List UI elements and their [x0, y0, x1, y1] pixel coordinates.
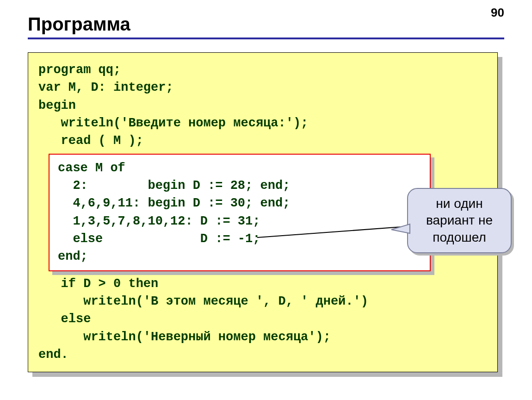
code-line: read ( M );	[38, 134, 143, 148]
code-line: writeln('В этом месяце ', D, ' дней.')	[38, 294, 368, 308]
callout-body: ни один вариант не подошел	[407, 188, 512, 253]
title-rule	[28, 38, 504, 39]
code-line: case M of	[58, 161, 125, 175]
callout-tail-icon	[391, 224, 410, 233]
code-line: 4,6,9,11: begin D := 30; end;	[58, 196, 290, 210]
slide-title: Программа	[28, 14, 504, 35]
case-block: case M of 2: begin D := 28; end; 4,6,9,1…	[49, 154, 431, 271]
code-line: 2: begin D := 28; end;	[58, 179, 290, 193]
callout-line: вариант не	[426, 213, 493, 227]
code-line: var M, D: integer;	[38, 81, 173, 94]
code-line: 1,3,5,7,8,10,12: D := 31;	[58, 214, 260, 228]
code-line: else D := -1;	[58, 232, 260, 246]
code-line: else	[38, 312, 91, 326]
callout-line: ни один	[436, 196, 483, 211]
code-line: writeln('Введите номер месяца:');	[38, 116, 308, 130]
code-line: end.	[38, 348, 68, 362]
code-line: program qq;	[38, 63, 121, 77]
svg-marker-0	[391, 224, 410, 233]
code-line: begin	[38, 99, 76, 112]
slide: 90 Программа program qq; var M, D: integ…	[0, 0, 532, 400]
code-line: if D > 0 then	[38, 277, 158, 291]
case-box: case M of 2: begin D := 28; end; 4,6,9,1…	[49, 154, 431, 271]
callout: ни один вариант не подошел	[407, 188, 512, 253]
page-number: 90	[491, 6, 504, 20]
code-line: writeln('Неверный номер месяца');	[38, 330, 331, 344]
code-line: end;	[58, 250, 88, 263]
callout-line: подошел	[433, 230, 486, 244]
